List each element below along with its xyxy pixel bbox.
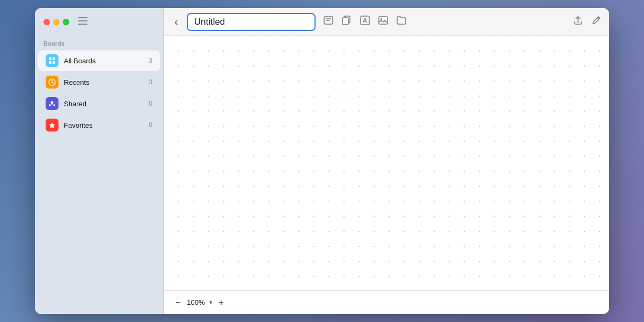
sidebar-item-shared[interactable]: Shared 0 bbox=[38, 93, 160, 114]
sidebar-item-recents[interactable]: Recents 3 bbox=[38, 72, 160, 92]
svg-line-20 bbox=[597, 18, 599, 19]
close-button[interactable] bbox=[43, 19, 50, 25]
all-boards-icon bbox=[46, 54, 58, 67]
favorites-label: Favorites bbox=[64, 121, 143, 129]
image-icon[interactable] bbox=[378, 15, 389, 28]
traffic-lights bbox=[43, 19, 69, 25]
all-boards-label: All Boards bbox=[64, 57, 143, 65]
favorites-icon bbox=[46, 119, 58, 131]
card-icon[interactable] bbox=[323, 15, 334, 28]
shared-label: Shared bbox=[64, 100, 143, 108]
recents-icon bbox=[46, 76, 58, 89]
recents-count: 3 bbox=[149, 78, 152, 86]
svg-point-8 bbox=[51, 101, 54, 104]
recents-label: Recents bbox=[64, 78, 143, 86]
canvas-area[interactable] bbox=[164, 36, 609, 290]
sidebar-section-label: Boards bbox=[35, 36, 163, 50]
svg-rect-5 bbox=[49, 61, 52, 64]
svg-rect-1 bbox=[78, 20, 87, 21]
svg-rect-3 bbox=[49, 57, 52, 60]
folder-icon[interactable] bbox=[396, 15, 407, 28]
favorites-count: 0 bbox=[149, 121, 152, 129]
toolbar: ‹ bbox=[164, 8, 609, 36]
toolbar-right bbox=[573, 15, 602, 28]
svg-point-19 bbox=[380, 18, 382, 20]
main-area: ‹ bbox=[164, 8, 609, 314]
svg-rect-18 bbox=[379, 17, 387, 24]
zoom-out-button[interactable]: − bbox=[173, 297, 182, 309]
maximize-button[interactable] bbox=[63, 19, 69, 25]
svg-rect-0 bbox=[78, 17, 87, 18]
minimize-button[interactable] bbox=[53, 19, 60, 25]
shared-count: 0 bbox=[149, 100, 152, 107]
svg-rect-6 bbox=[53, 61, 55, 64]
zoom-in-button[interactable]: + bbox=[217, 297, 226, 309]
sidebar-toggle-icon[interactable] bbox=[78, 17, 87, 27]
sidebar-item-all-boards[interactable]: All Boards 3 bbox=[38, 50, 160, 71]
sidebar-top bbox=[35, 8, 163, 36]
zoom-level-label: 100% bbox=[187, 298, 204, 306]
duplicate-icon[interactable] bbox=[341, 15, 352, 28]
share-icon[interactable] bbox=[573, 15, 583, 28]
sidebar-item-favorites[interactable]: Favorites 0 bbox=[38, 115, 160, 135]
text-icon[interactable]: A bbox=[360, 15, 370, 28]
edit-icon[interactable] bbox=[591, 15, 602, 28]
app-window: Boards All Boards 3 bbox=[35, 8, 609, 314]
board-title-input[interactable] bbox=[187, 13, 316, 31]
zoom-chevron-icon[interactable]: ▾ bbox=[209, 299, 213, 306]
window-chrome: Boards All Boards 3 bbox=[35, 8, 609, 314]
dot-grid bbox=[164, 36, 609, 290]
svg-point-9 bbox=[49, 104, 51, 106]
sidebar: Boards All Boards 3 bbox=[35, 8, 164, 314]
svg-point-10 bbox=[53, 104, 55, 106]
svg-rect-4 bbox=[53, 57, 55, 60]
bottom-bar: − 100% ▾ + bbox=[164, 290, 609, 314]
all-boards-count: 3 bbox=[149, 57, 152, 64]
shared-icon bbox=[46, 97, 58, 110]
svg-text:A: A bbox=[363, 17, 367, 24]
svg-rect-15 bbox=[342, 18, 348, 25]
back-button[interactable]: ‹ bbox=[171, 14, 181, 29]
toolbar-icons: A bbox=[323, 15, 407, 28]
svg-rect-2 bbox=[78, 24, 87, 25]
